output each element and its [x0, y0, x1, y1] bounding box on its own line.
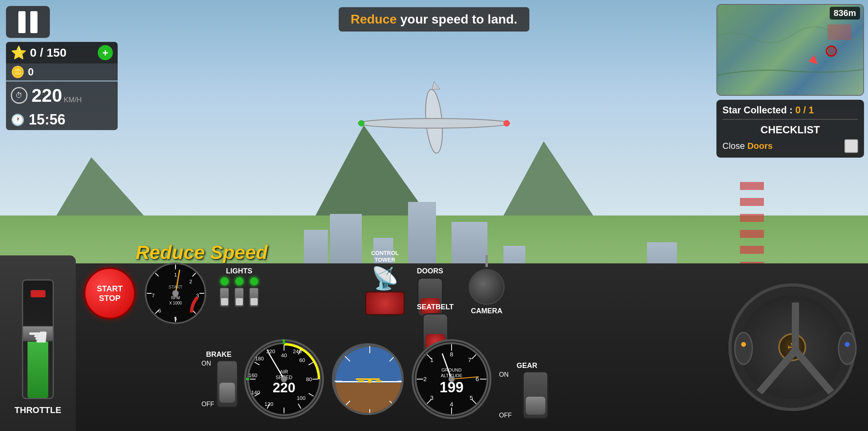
svg-text:GROUND: GROUND — [442, 368, 462, 372]
stars-row: ⭐ 0 / 150 + — [6, 42, 118, 63]
speedometer-icon: ⏱ — [11, 87, 28, 104]
coins-row: 🪙 0 — [6, 63, 118, 81]
svg-text:4: 4 — [450, 401, 453, 407]
svg-text:RPM: RPM — [171, 296, 180, 300]
camera-section: CAMERA — [469, 255, 505, 317]
svg-text:6: 6 — [158, 308, 161, 314]
checklist-doors-label: Doors — [747, 141, 773, 151]
light-indicator-3 — [250, 277, 258, 285]
checklist-item: Close Doors — [722, 139, 858, 153]
svg-text:1: 1 — [430, 356, 433, 363]
throttle-panel: ☚ THROTTLE — [0, 255, 76, 431]
mission-highlight: Reduce — [351, 12, 397, 26]
camera-knob[interactable] — [469, 269, 505, 305]
svg-text:240: 240 — [293, 348, 302, 354]
control-tower-button[interactable] — [365, 291, 405, 315]
svg-text:1: 1 — [174, 272, 177, 278]
timer-row: 🕐 15:56 — [6, 109, 118, 130]
brake-toggle[interactable] — [216, 360, 238, 408]
speed-unit: KM/H — [64, 96, 82, 106]
checklist-checkbox[interactable] — [844, 139, 858, 153]
svg-rect-10 — [828, 24, 851, 40]
svg-text:220: 220 — [272, 380, 295, 395]
svg-text:140: 140 — [251, 389, 260, 395]
svg-text:80: 80 — [306, 376, 312, 382]
rpm-gauge-area: 1 2 3 4 5 6 7 START RPM X 1000 — [144, 261, 207, 325]
svg-point-1 — [358, 119, 510, 128]
airspeed-gauge: 40 60 80 100 120 140 160 180 220 240 AIR… — [244, 339, 324, 419]
throttle-label: THROTTLE — [14, 405, 61, 415]
svg-point-101 — [845, 342, 850, 347]
svg-text:START: START — [168, 285, 182, 289]
light-switch-3-group — [249, 277, 259, 307]
brake-off-label: OFF — [199, 401, 214, 408]
gear-section: GEAR ON OFF — [497, 362, 557, 419]
checklist-item-label: Close Doors — [722, 141, 773, 151]
start-stop-button[interactable]: START STOP — [84, 267, 136, 319]
svg-text:100: 100 — [297, 395, 306, 401]
light-switch-2[interactable] — [234, 287, 244, 307]
svg-text:X 1000: X 1000 — [169, 301, 182, 305]
brake-labels: ON OFF — [199, 360, 214, 408]
minimap: 836m ▶ — [716, 4, 864, 96]
brake-label: BRAKE — [199, 350, 238, 359]
gear-labels: ON OFF — [497, 371, 512, 419]
light-switch-2-group — [234, 277, 244, 307]
start-stop-area: START STOP — [84, 267, 136, 319]
attitude-gauge-visual — [332, 343, 404, 415]
mission-text: Reduce your speed to land. — [339, 7, 529, 32]
svg-point-3 — [358, 120, 365, 127]
coin-icon: 🪙 — [11, 65, 25, 79]
attitude-gauge — [332, 343, 404, 415]
svg-text:40: 40 — [281, 352, 287, 358]
coins-count: 0 — [28, 66, 34, 78]
lights-label: LIGHTS — [219, 267, 259, 275]
control-tower-section: CONTROLTOWER 📡 — [363, 250, 407, 315]
mission-text-rest: your speed to land. — [400, 12, 517, 26]
seatbelt-label: SEATBELT — [417, 303, 454, 311]
light-switch-3[interactable] — [249, 287, 259, 307]
brake-on-label: ON — [199, 360, 214, 367]
brake-handle — [219, 383, 235, 403]
svg-text:8: 8 — [450, 351, 453, 358]
bottom-gauges: BRAKE ON OFF — [199, 339, 491, 419]
svg-point-71 — [368, 379, 372, 383]
gear-on-label: ON — [497, 371, 512, 378]
gear-toggle[interactable] — [523, 371, 548, 419]
minimap-background: 836m ▶ — [717, 5, 863, 95]
brake-section: BRAKE ON OFF — [199, 350, 238, 408]
svg-text:60: 60 — [299, 357, 305, 363]
svg-text:2: 2 — [189, 279, 192, 285]
svg-point-4 — [503, 120, 510, 127]
svg-line-64 — [389, 401, 395, 406]
pause-bar-right — [30, 11, 37, 33]
checklist-title: CHECKLIST — [722, 119, 858, 136]
tower-icon: 📡 — [363, 265, 407, 291]
game-viewport: Reduce your speed to land. ⭐ 0 / 150 + 🪙… — [0, 0, 868, 431]
stars-count: 0 / 150 — [30, 46, 98, 59]
rpm-gauge: 1 2 3 4 5 6 7 START RPM X 1000 — [144, 261, 207, 325]
svg-text:5: 5 — [174, 316, 177, 322]
star-collected-title: Star Collected : 0 / 1 — [722, 105, 858, 116]
camera-label-area — [469, 255, 505, 267]
throttle-track[interactable]: ☚ — [22, 279, 54, 399]
instrument-panel: START STOP — [76, 263, 716, 431]
pause-button[interactable] — [6, 6, 50, 38]
star-collected-label: Star Collected : — [722, 105, 793, 115]
camera-label: CAMERA — [469, 307, 505, 315]
light-switch-1[interactable] — [219, 287, 229, 307]
svg-text:7: 7 — [152, 293, 154, 299]
attitude-indicator-area — [332, 343, 404, 415]
airspeed-gauge-area: 40 60 80 100 120 140 160 180 220 240 AIR… — [244, 339, 324, 419]
steering-wheel[interactable]: ✈ — [728, 283, 856, 411]
add-stars-button[interactable]: + — [98, 45, 113, 60]
svg-text:5: 5 — [470, 394, 473, 401]
brake-controls: ON OFF — [199, 360, 238, 408]
svg-text:120: 120 — [264, 401, 273, 407]
svg-text:180: 180 — [255, 356, 264, 362]
gear-knob — [526, 397, 545, 415]
timer-value: 15:56 — [29, 111, 65, 128]
clock-icon: 🕐 — [11, 113, 25, 127]
svg-point-94 — [448, 376, 454, 382]
altitude-gauge-area: 8 7 6 5 4 3 2 1 GROUND ALTITUDE 199 — [412, 339, 491, 419]
